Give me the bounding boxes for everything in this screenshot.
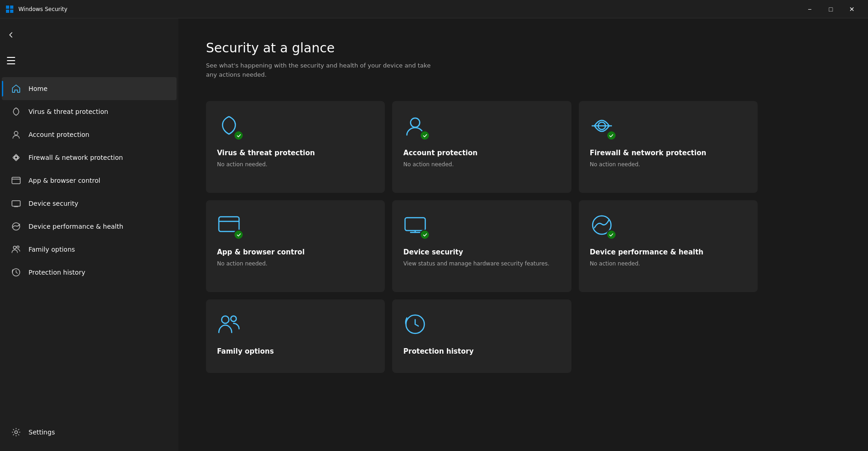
card-desc-account: No action needed. <box>403 161 560 169</box>
svg-point-15 <box>15 431 17 434</box>
sidebar-item-device-perf[interactable]: Device performance & health <box>2 215 177 238</box>
sidebar-item-label-app-browser: App & browser control <box>29 177 100 184</box>
sidebar-item-virus[interactable]: Virus & threat protection <box>2 100 177 123</box>
sidebar-item-firewall[interactable]: Firewall & network protection <box>2 146 177 169</box>
svg-rect-6 <box>12 177 20 184</box>
checkmark-firewall <box>606 130 617 141</box>
sidebar-item-label-device-security: Device security <box>29 200 78 207</box>
svg-point-13 <box>17 246 19 248</box>
title-bar: Windows Security − □ ✕ <box>0 0 868 18</box>
sidebar-item-settings[interactable]: Settings <box>2 421 177 444</box>
sidebar-item-label-firewall: Firewall & network protection <box>29 154 123 161</box>
checkmark-app-browser <box>234 230 244 240</box>
back-button[interactable] <box>0 24 22 46</box>
settings-icon <box>11 427 21 437</box>
family-icon <box>11 244 21 254</box>
card-virus[interactable]: Virus & threat protection No action need… <box>206 101 385 193</box>
checkmark-account <box>420 130 430 141</box>
sidebar-item-home[interactable]: Home <box>2 77 177 100</box>
card-icon-wrap-firewall <box>590 114 616 140</box>
sidebar-nav: Home Virus & threat protection <box>0 77 178 421</box>
svg-point-4 <box>14 131 18 135</box>
app-icon <box>6 5 14 13</box>
close-button[interactable]: ✕ <box>841 2 862 17</box>
card-icon-wrap-device-perf <box>590 213 616 239</box>
minimize-button[interactable]: − <box>799 2 820 17</box>
account-icon <box>11 130 21 140</box>
sidebar-item-history[interactable]: Protection history <box>2 261 177 284</box>
svg-rect-8 <box>12 201 20 206</box>
card-device-security[interactable]: Device security View status and manage h… <box>392 200 571 292</box>
history-icon <box>11 267 21 277</box>
sidebar-item-label-virus: Virus & threat protection <box>29 108 108 115</box>
card-icon-wrap-virus <box>217 114 243 140</box>
page-title: Security at a glance <box>206 40 840 56</box>
sidebar-item-account[interactable]: Account protection <box>2 123 177 146</box>
sidebar-item-label-account: Account protection <box>29 131 90 138</box>
cards-grid: Virus & threat protection No action need… <box>206 101 758 373</box>
page-subtitle: See what's happening with the security a… <box>206 61 436 79</box>
svg-rect-0 <box>6 6 9 9</box>
svg-point-12 <box>13 246 16 249</box>
card-title-firewall: Firewall & network protection <box>590 149 747 158</box>
svg-point-16 <box>411 118 420 127</box>
sidebar-item-family[interactable]: Family options <box>2 238 177 261</box>
card-device-perf[interactable]: Device performance & health No action ne… <box>579 200 758 292</box>
card-title-history: Protection history <box>403 347 560 356</box>
home-icon <box>11 84 21 94</box>
card-title-virus: Virus & threat protection <box>217 149 374 158</box>
sidebar: Home Virus & threat protection <box>0 18 178 451</box>
card-title-device-security: Device security <box>403 248 560 257</box>
sidebar-item-label-settings: Settings <box>29 428 55 436</box>
sidebar-item-device-security[interactable]: Device security <box>2 192 177 215</box>
maximize-button[interactable]: □ <box>820 2 841 17</box>
app-body: Home Virus & threat protection <box>0 18 868 451</box>
firewall-icon <box>11 152 21 163</box>
svg-point-5 <box>15 156 17 159</box>
card-desc-device-security: View status and manage hardware security… <box>403 260 560 268</box>
device-perf-icon <box>11 221 21 231</box>
svg-rect-2 <box>6 10 9 13</box>
card-title-app-browser: App & browser control <box>217 248 374 257</box>
card-firewall[interactable]: Firewall & network protection No action … <box>579 101 758 193</box>
card-icon-wrap-device-security <box>403 213 429 239</box>
card-app-browser[interactable]: App & browser control No action needed. <box>206 200 385 292</box>
card-icon-wrap-app-browser <box>217 213 243 239</box>
card-title-account: Account protection <box>403 149 560 158</box>
hamburger-icon <box>7 57 15 64</box>
card-desc-firewall: No action needed. <box>590 161 747 169</box>
menu-toggle-button[interactable] <box>0 50 22 72</box>
sidebar-item-label-device-perf: Device performance & health <box>29 223 123 230</box>
svg-point-26 <box>231 316 236 321</box>
card-icon-wrap-history <box>403 312 429 338</box>
card-desc-device-perf: No action needed. <box>590 260 747 268</box>
sidebar-item-label-home: Home <box>29 85 47 92</box>
svg-point-25 <box>222 316 229 323</box>
svg-rect-21 <box>405 218 425 231</box>
card-family[interactable]: Family options <box>206 299 385 373</box>
card-desc-virus: No action needed. <box>217 161 374 169</box>
card-desc-app-browser: No action needed. <box>217 260 374 268</box>
app-browser-icon <box>11 175 21 186</box>
sidebar-bottom: Settings <box>0 421 178 451</box>
checkmark-virus <box>234 130 244 141</box>
card-title-family: Family options <box>217 347 374 356</box>
sidebar-item-label-history: Protection history <box>29 269 85 276</box>
history-card-icon <box>403 312 427 336</box>
svg-rect-19 <box>219 217 239 231</box>
card-account[interactable]: Account protection No action needed. <box>392 101 571 193</box>
svg-rect-1 <box>10 6 13 9</box>
checkmark-device-perf <box>606 230 617 240</box>
app-title: Windows Security <box>18 6 68 12</box>
sidebar-item-label-family: Family options <box>29 246 75 253</box>
card-history[interactable]: Protection history <box>392 299 571 373</box>
card-icon-wrap-family <box>217 312 243 338</box>
checkmark-device-security <box>420 230 430 240</box>
back-icon <box>7 31 15 39</box>
main-content: Security at a glance See what's happenin… <box>178 18 868 451</box>
title-bar-left: Windows Security <box>6 5 68 13</box>
sidebar-item-app-browser[interactable]: App & browser control <box>2 169 177 192</box>
virus-icon <box>11 107 21 117</box>
device-security-icon <box>11 198 21 209</box>
card-icon-wrap-account <box>403 114 429 140</box>
